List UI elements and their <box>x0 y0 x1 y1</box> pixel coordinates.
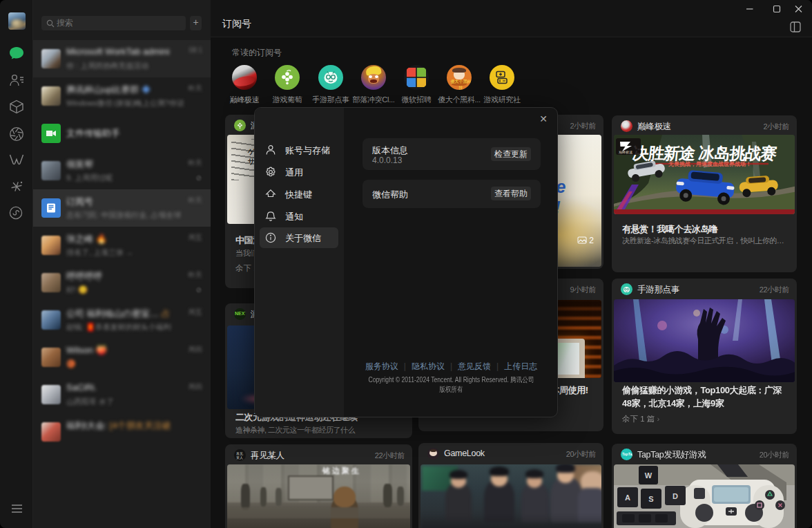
svg-text:S: S <box>648 495 653 503</box>
svg-text:决胜新途 冰岛挑战赛: 决胜新途 冰岛挑战赛 <box>632 144 778 162</box>
svg-text:D: D <box>673 492 678 500</box>
svg-text:W: W <box>645 471 652 480</box>
svg-text:A: A <box>625 493 630 502</box>
svg-text:巅峰极速: 巅峰极速 <box>619 150 632 154</box>
svg-text:无畏挑战，用速度血战世界战场！: 无畏挑战，用速度血战世界战场！ <box>668 160 751 167</box>
